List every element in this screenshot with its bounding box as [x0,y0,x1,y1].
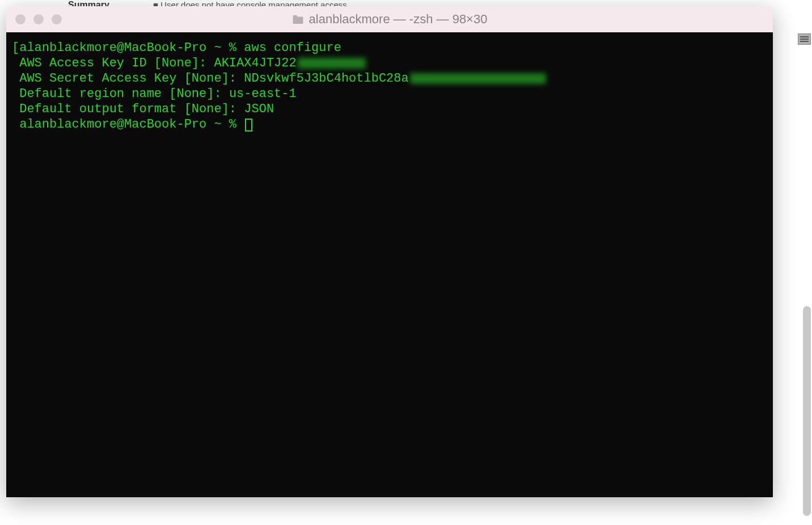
terminal-line-2: AWS Access Key ID [None]: AKIAX4JTJ22 [12,56,767,71]
maximize-button[interactable] [52,14,62,24]
region-value: us-east-1 [229,87,297,101]
region-label: Default region name [None]: [19,87,229,101]
minimize-button[interactable] [33,14,44,24]
page-scrollbar[interactable] [803,36,812,513]
traffic-lights [15,14,62,24]
window-title: alanblackmore — -zsh — 98×30 [309,12,488,27]
prompt-2: alanblackmore@MacBook-Pro ~ % [19,117,244,132]
redacted-secret-key [410,73,546,84]
terminal-line-1: [alanblackmore@MacBook-Pro ~ % aws confi… [12,40,767,56]
terminal-body[interactable]: [alanblackmore@MacBook-Pro ~ % aws confi… [6,32,773,497]
terminal-line-3: AWS Secret Access Key [None]: NDsvkwf5J3… [12,71,767,86]
terminal-line-4: Default region name [None]: us-east-1 [12,86,767,101]
secret-key-value: NDsvkwf5J3bC4hotlbC28a [244,71,408,86]
scrollbar-thumb[interactable] [803,306,811,516]
output-format-label: Default output format [None]: [19,102,244,116]
title-bar[interactable]: alanblackmore — -zsh — 98×30 [6,6,773,32]
prompt-1: alanblackmore@MacBook-Pro ~ % [19,41,244,55]
command-aws-configure: aws configure [244,41,341,55]
cursor-icon [245,118,252,132]
window-title-area: alanblackmore — -zsh — 98×30 [292,12,488,27]
terminal-line-5: Default output format [None]: JSON [12,101,767,117]
access-key-label: AWS Access Key ID [None]: [19,56,214,70]
close-button[interactable] [15,14,26,24]
access-key-value: AKIAX4JTJ22 [214,56,296,70]
output-format-value: JSON [244,102,274,116]
open-bracket: [ [12,41,19,55]
redacted-access-key [298,58,366,69]
folder-icon [292,14,304,24]
terminal-window[interactable]: alanblackmore — -zsh — 98×30 [alanblackm… [6,6,773,497]
secret-key-label: AWS Secret Access Key [None]: [19,71,244,86]
terminal-line-6: alanblackmore@MacBook-Pro ~ % [12,117,767,132]
